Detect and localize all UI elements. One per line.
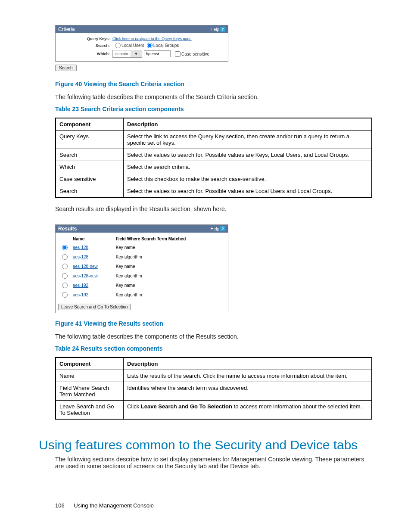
page-number: 106 (55, 502, 65, 509)
local-groups-radio[interactable] (147, 43, 153, 48)
query-keys-label: Query Keys: (58, 37, 112, 41)
search-label: Search: (58, 44, 112, 48)
table-row: Leave Search and Go To Selection Click L… (56, 401, 372, 420)
which-input[interactable] (144, 50, 171, 57)
table-row: SearchSelect the values to search for. P… (56, 149, 372, 161)
table-row: Query KeysSelect the link to access the … (56, 131, 372, 149)
local-users-label: Local Users (121, 43, 144, 48)
result-link[interactable]: aes-128 (73, 255, 88, 259)
table-header: Component (56, 358, 124, 370)
query-keys-link[interactable]: Click here to navigate to the Query Keys… (112, 37, 192, 41)
result-link[interactable]: aes-128-new (73, 274, 98, 278)
results-col-field: Field Where Search Term Matched (114, 235, 225, 243)
results-row: aes-128-newKey name (58, 261, 225, 271)
case-sensitive-checkbox[interactable] (175, 51, 181, 57)
help-link[interactable]: Help ? (210, 27, 225, 32)
table-23: Component Description Query KeysSelect t… (55, 118, 372, 198)
leave-search-button[interactable]: Leave Search and Go To Selection (58, 304, 131, 310)
table-header: Description (124, 118, 372, 131)
results-title: Results (58, 226, 77, 232)
table-row: WhichSelect the search criteria. (56, 161, 372, 173)
which-label: Which: (58, 52, 112, 56)
help-link[interactable]: Help ? (210, 226, 225, 231)
table-header: Description (124, 358, 372, 370)
criteria-title: Criteria (58, 26, 75, 32)
help-icon: ? (220, 27, 225, 32)
results-table: Name Field Where Search Term Matched aes… (58, 235, 225, 299)
para-1: The following table describes the compon… (55, 93, 372, 100)
table-row: NameLists the results of the search. Cli… (56, 370, 372, 382)
result-radio[interactable] (62, 273, 68, 279)
table-header: Component (56, 118, 124, 131)
result-radio[interactable] (62, 264, 68, 269)
chevron-down-icon: ▼ (131, 51, 142, 57)
result-radio[interactable] (62, 283, 68, 288)
results-row: aes-192Key algorithm (58, 290, 225, 299)
result-radio[interactable] (62, 245, 68, 250)
result-radio[interactable] (62, 254, 68, 260)
table-row: SearchSelect the values to search for. P… (56, 185, 372, 198)
table-24: Component Description NameLists the resu… (55, 357, 372, 420)
table-23-caption: Table 23 Search Criteria section compone… (55, 106, 372, 112)
local-groups-label: Local Groups (153, 43, 179, 48)
results-row: aes-128-newKey algorithm (58, 271, 225, 280)
criteria-header: Criteria Help ? (56, 25, 228, 33)
para-2: Search results are displayed in the Resu… (55, 205, 372, 212)
result-link[interactable]: aes-192 (73, 292, 88, 297)
results-row: aes-128Key name (58, 243, 225, 252)
which-select[interactable]: contain ▼ (112, 50, 142, 58)
page-footer: 106 Using the Management Console (55, 502, 154, 509)
search-button[interactable]: Search (55, 65, 77, 71)
help-icon: ? (220, 226, 225, 231)
para-4: The following sections describe how to s… (55, 456, 372, 470)
table-24-caption: Table 24 Results section components (55, 345, 372, 352)
local-users-radio[interactable] (115, 43, 121, 48)
table-row: Case sensitiveSelect this checkbox to ma… (56, 173, 372, 185)
result-radio[interactable] (62, 292, 68, 298)
result-link[interactable]: aes-128 (73, 245, 88, 250)
figure-40-caption: Figure 40 Viewing the Search Criteria se… (55, 81, 372, 87)
figure-41-caption: Figure 41 Viewing the Results section (55, 320, 372, 327)
criteria-panel: Criteria Help ? Query Keys: Click here t… (55, 25, 228, 62)
results-header: Results Help ? (56, 225, 228, 233)
section-heading: Using features common to the Security an… (39, 438, 372, 452)
footer-text: Using the Management Console (74, 502, 154, 509)
results-panel: Results Help ? Name Field Where Search T… (55, 224, 228, 313)
case-sensitive-label: Case sensitive (181, 52, 209, 56)
table-row: Field Where Search Term MatchedIdentifie… (56, 382, 372, 401)
para-3: The following table describes the compon… (55, 333, 372, 340)
results-row: aes-192Key name (58, 280, 225, 290)
result-link[interactable]: aes-128-new (73, 264, 98, 269)
result-link[interactable]: aes-192 (73, 283, 88, 288)
results-row: aes-128Key algorithm (58, 252, 225, 261)
results-col-name: Name (71, 235, 114, 243)
